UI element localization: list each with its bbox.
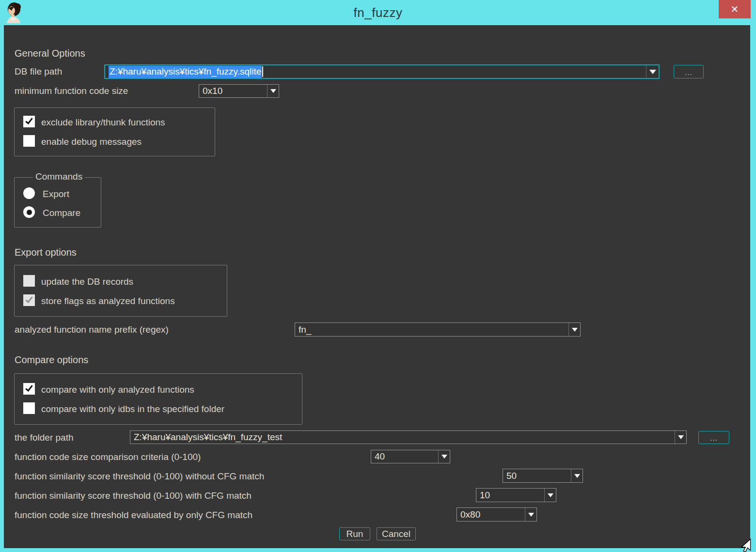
code-size-cfg-only-dropdown-button[interactable]	[525, 508, 536, 521]
export-radio[interactable]	[23, 187, 35, 199]
window-title: fn_fuzzy	[0, 5, 756, 20]
exclude-library-label: exclude library/thunk functions	[41, 116, 165, 129]
code-size-cfg-only-dropdown[interactable]: 0x80	[457, 507, 537, 521]
chevron-down-icon	[528, 513, 534, 517]
code-size-cfg-only-label: function code size threshold evaluated b…	[15, 509, 252, 521]
check-icon	[25, 383, 33, 392]
general-checkbox-group	[14, 107, 215, 156]
export-checkbox-group	[14, 265, 227, 317]
check-icon	[25, 116, 33, 124]
folder-path-label: the folder path	[15, 431, 73, 444]
export-radio-label: Export	[43, 188, 69, 200]
store-flags-checkbox[interactable]	[23, 294, 35, 306]
code-size-criteria-dropdown-button[interactable]	[438, 450, 450, 463]
folder-path-dropdown-button[interactable]	[675, 431, 686, 444]
code-size-criteria-dropdown[interactable]: 40	[371, 450, 450, 463]
run-button[interactable]: Run	[339, 527, 370, 540]
similarity-with-cfg-label: function similarity score threshold (0-1…	[15, 490, 252, 502]
similarity-with-cfg-dropdown-button[interactable]	[544, 489, 556, 502]
similarity-without-cfg-label: function similarity score threshold (0-1…	[15, 470, 264, 483]
chevron-down-icon	[572, 328, 578, 332]
prefix-dropdown-button[interactable]	[568, 323, 580, 336]
cancel-button[interactable]: Cancel	[377, 527, 416, 540]
db-file-path-browse-button[interactable]: ...	[674, 65, 704, 78]
similarity-with-cfg-value: 10	[476, 489, 544, 502]
commands-group: Commands	[14, 177, 101, 228]
chevron-down-icon	[548, 493, 553, 497]
compare-radio[interactable]	[23, 206, 35, 218]
code-size-criteria-value: 40	[371, 450, 438, 463]
compare-options-heading: Compare options	[15, 353, 88, 366]
update-db-label: update the DB records	[41, 276, 133, 288]
similarity-without-cfg-dropdown-button[interactable]	[571, 469, 583, 482]
enable-debug-checkbox[interactable]	[23, 135, 35, 147]
similarity-with-cfg-dropdown[interactable]: 10	[476, 488, 556, 502]
prefix-combobox[interactable]: fn_	[295, 322, 581, 337]
min-func-size-dropdown-button[interactable]	[267, 85, 279, 97]
titlebar[interactable]: fn_fuzzy ✕	[0, 0, 756, 25]
min-func-size-dropdown[interactable]: 0x10	[199, 84, 279, 98]
compare-analyzed-label: compare with only analyzed functions	[41, 383, 194, 396]
min-func-size-label: minimum function code size	[15, 85, 128, 97]
folder-path-value: Z:¥haru¥analysis¥tics¥fn_fuzzy_test	[130, 431, 675, 444]
db-file-path-value: Z:¥haru¥analysis¥tics¥fn_fuzzy.sqlite	[109, 66, 262, 78]
chevron-down-icon	[270, 89, 276, 93]
min-func-size-value: 0x10	[199, 85, 267, 97]
db-file-path-combobox[interactable]: Z:¥haru¥analysis¥tics¥fn_fuzzy.sqlite	[104, 64, 660, 79]
prefix-value: fn_	[295, 323, 568, 336]
folder-path-combobox[interactable]: Z:¥haru¥analysis¥tics¥fn_fuzzy_test	[130, 430, 687, 444]
code-size-cfg-only-value: 0x80	[457, 508, 525, 521]
commands-legend: Commands	[33, 171, 85, 182]
store-flags-label: store flags as analyzed functions	[41, 295, 175, 307]
db-file-path-label: DB file path	[15, 65, 62, 78]
update-db-checkbox[interactable]	[23, 275, 35, 287]
close-icon: ✕	[731, 3, 739, 15]
chevron-down-icon	[574, 474, 580, 478]
compare-idbs-label: compare with only idbs in the specified …	[41, 403, 224, 415]
dialog-body: General Options DB file path Z:¥haru¥ana…	[4, 25, 750, 548]
db-file-path-text: Z:¥haru¥analysis¥tics¥fn_fuzzy.sqlite	[105, 65, 646, 78]
compare-checkbox-group	[14, 373, 302, 425]
chevron-down-icon	[441, 455, 447, 459]
enable-debug-label: enable debug messages	[41, 136, 142, 148]
close-button[interactable]: ✕	[719, 0, 751, 18]
check-icon	[25, 295, 33, 303]
export-options-heading: Export options	[15, 246, 77, 259]
text-caret	[262, 66, 263, 77]
compare-analyzed-checkbox[interactable]	[23, 383, 35, 395]
folder-path-browse-button[interactable]: ...	[698, 431, 729, 444]
compare-idbs-checkbox[interactable]	[23, 402, 35, 414]
exclude-library-checkbox[interactable]	[23, 116, 35, 127]
similarity-without-cfg-value: 50	[503, 469, 571, 482]
fn-fuzzy-dialog: fn_fuzzy ✕ General Options DB file path …	[0, 0, 756, 552]
chevron-down-icon	[649, 70, 656, 74]
mouse-cursor-icon	[739, 538, 753, 552]
db-file-path-dropdown-button[interactable]	[646, 65, 659, 78]
chevron-down-icon	[678, 435, 684, 439]
similarity-without-cfg-dropdown[interactable]: 50	[503, 469, 583, 483]
prefix-label: analyzed function name prefix (regex)	[15, 323, 169, 336]
code-size-criteria-label: function code size comparison criteria (…	[15, 451, 201, 463]
general-options-heading: General Options	[15, 47, 85, 60]
compare-radio-label: Compare	[43, 207, 80, 219]
